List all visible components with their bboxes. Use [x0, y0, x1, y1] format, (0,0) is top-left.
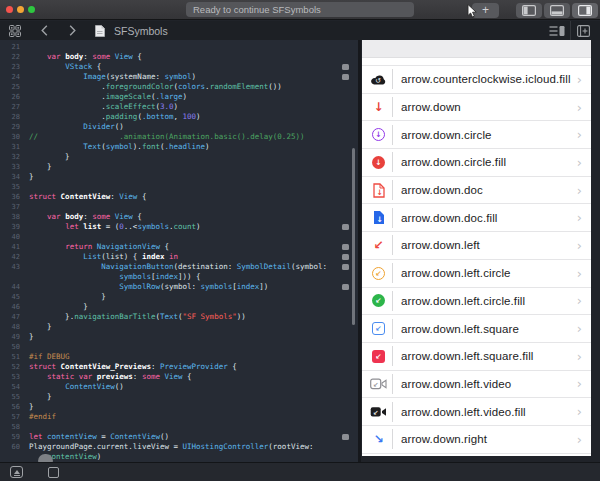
code-line[interactable]: 33 }	[0, 162, 358, 172]
hide-results-button[interactable]	[10, 466, 23, 478]
code-line[interactable]: 36struct ContentView: View {	[0, 192, 358, 202]
symbol-row[interactable]: ↙arrow.down.left›	[362, 232, 591, 260]
toggle-bottom-panel-button[interactable]	[544, 3, 570, 18]
code-line[interactable]: 44 SymbolRow(symbol: symbols[index])	[0, 282, 358, 292]
result-indicator[interactable]	[342, 74, 349, 80]
code-line[interactable]: 47 }.navigationBarTitle(Text("SF Symbols…	[0, 312, 358, 322]
run-status-field[interactable]: Ready to continue SFSymbols	[186, 2, 414, 17]
stop-square-icon	[48, 467, 59, 478]
code-line[interactable]: 40	[0, 232, 358, 242]
line-number: 59	[0, 432, 20, 442]
code-line[interactable]: 27 .scaleEffect(3.0)	[0, 102, 358, 112]
chevron-right-icon: ›	[577, 293, 582, 308]
code-line[interactable]: 53 static var previews: some View {	[0, 372, 358, 382]
line-number: 25	[0, 82, 20, 92]
result-indicator[interactable]	[342, 64, 349, 70]
code-line[interactable]: 31 Text(symbol).font(.headline)	[0, 142, 358, 152]
minimize-button[interactable]	[17, 6, 24, 13]
code-line[interactable]: contentView)	[0, 452, 358, 462]
back-button[interactable]	[30, 21, 58, 40]
code-line[interactable]: 24 Image(systemName: symbol)	[0, 72, 358, 82]
code-line[interactable]: 22 var body: some View {	[0, 52, 358, 62]
code-line[interactable]: 55 }	[0, 392, 358, 402]
symbol-row[interactable]: ↓arrow.down.circle.fill›	[362, 149, 591, 177]
toggle-right-panel-button[interactable]	[572, 3, 598, 18]
symbol-row[interactable]: ↙arrow.down.left.square.fill›	[362, 343, 591, 371]
symbol-row[interactable]: ↓arrow.down.circle›	[362, 121, 591, 149]
code-line[interactable]: 59let contentView = ContentView()	[0, 432, 358, 442]
breadcrumb-project-name[interactable]: SFSymbols	[114, 25, 168, 37]
code-line[interactable]: 52struct ContentView_Previews: PreviewPr…	[0, 362, 358, 372]
stop-button[interactable]	[33, 467, 59, 478]
line-number: 21	[0, 42, 20, 52]
line-number: 34	[0, 172, 20, 182]
run-status-text: Ready to continue SFSymbols	[193, 4, 321, 15]
code-line[interactable]: 26 .imageScale(.large)	[0, 92, 358, 102]
symbol-row[interactable]: ↙arrow.down.left.video›	[362, 371, 591, 399]
editor-scrollbar[interactable]	[352, 148, 355, 325]
add-panel-button[interactable]	[570, 21, 596, 40]
code-line[interactable]: 43 NavigationButton(destination: SymbolD…	[0, 262, 358, 272]
symbol-row[interactable]: ↙arrow.down.left.circle›	[362, 260, 591, 288]
code-line[interactable]: 50	[0, 342, 358, 352]
code-line[interactable]: 56}	[0, 402, 358, 412]
code-line[interactable]: symbols[index])) {	[0, 272, 358, 282]
toggle-left-sidebar-button[interactable]	[516, 3, 542, 18]
code-line[interactable]: 29 Divider()	[0, 122, 358, 132]
symbol-row[interactable]: ↘arrow.down.right›	[362, 426, 591, 454]
svg-text:↓: ↓	[376, 215, 382, 224]
code-line[interactable]: 49}	[0, 332, 358, 342]
left-panel-icon	[522, 5, 536, 16]
code-line[interactable]: 41 return NavigationView {	[0, 242, 358, 252]
code-line[interactable]: 46 }	[0, 302, 358, 312]
symbol-name: arrow.down.right	[401, 433, 577, 445]
code-line[interactable]: 34}	[0, 172, 358, 182]
code-line[interactable]: 37	[0, 202, 358, 212]
show-live-view-list-button[interactable]	[544, 21, 570, 40]
code-line[interactable]: 45 }	[0, 292, 358, 302]
code-line[interactable]: 51#if DEBUG	[0, 352, 358, 362]
code-line[interactable]: 28 .padding(.bottom, 100)	[0, 112, 358, 122]
code-line[interactable]: 38 var body: some View {	[0, 212, 358, 222]
chevron-right-icon: ›	[577, 127, 582, 142]
pane-divider	[358, 40, 361, 462]
row-divider	[392, 180, 393, 200]
code-line[interactable]: 57#endif	[0, 412, 358, 422]
code-line[interactable]: 42 List(list) { index in	[0, 252, 358, 262]
result-indicator[interactable]	[342, 264, 349, 270]
code-editor[interactable]: 2122 var body: some View {23 VStack {24 …	[0, 40, 358, 462]
code-line[interactable]: 39 let list = (0..<symbols.count)	[0, 222, 358, 232]
titlebar: Ready to continue SFSymbols +	[0, 0, 600, 20]
symbol-row[interactable]: ↙arrow.down.left.video.fill›	[362, 398, 591, 426]
chevron-right-icon: ›	[577, 210, 582, 225]
code-line[interactable]: 30// .animation(Animation.basic().delay(…	[0, 132, 358, 142]
result-indicator[interactable]	[342, 254, 349, 260]
symbol-row[interactable]: ↺arrow.counterclockwise.icloud.fill›	[362, 66, 591, 94]
close-button[interactable]	[6, 6, 13, 13]
symbol-row[interactable]: ↓arrow.down›	[362, 94, 591, 122]
result-indicator[interactable]	[342, 434, 349, 440]
forward-button[interactable]	[58, 21, 86, 40]
code-line[interactable]: 58	[0, 422, 358, 432]
code-line[interactable]: 23 VStack {	[0, 62, 358, 72]
code-line[interactable]: 32 }	[0, 152, 358, 162]
line-number: 35	[0, 182, 20, 192]
result-indicator[interactable]	[342, 284, 349, 290]
result-indicator[interactable]	[342, 224, 349, 230]
symbol-row[interactable]: ↙arrow.down.left.circle.fill›	[362, 288, 591, 316]
result-indicator[interactable]	[342, 244, 349, 250]
code-line[interactable]: 35	[0, 182, 358, 192]
code-line[interactable]: 54 ContentView()	[0, 382, 358, 392]
zoom-button[interactable]	[28, 6, 35, 13]
symbol-row[interactable]: ↓arrow.down.doc›	[362, 177, 591, 205]
code-line[interactable]: 21	[0, 42, 358, 52]
code-line[interactable]: 60PlaygroundPage.current.liveView = UIHo…	[0, 442, 358, 452]
chevron-right-icon: ›	[577, 432, 582, 447]
symbol-row[interactable]: ↙arrow.down.left.square›	[362, 315, 591, 343]
code-line[interactable]: 48 }	[0, 322, 358, 332]
row-divider	[392, 125, 393, 145]
documents-grid-button[interactable]	[0, 21, 30, 40]
symbol-name: arrow.down.left.video	[401, 378, 577, 390]
code-line[interactable]: 25 .foregroundColor(colors.randomElement…	[0, 82, 358, 92]
symbol-row[interactable]: ↓arrow.down.doc.fill›	[362, 204, 591, 232]
